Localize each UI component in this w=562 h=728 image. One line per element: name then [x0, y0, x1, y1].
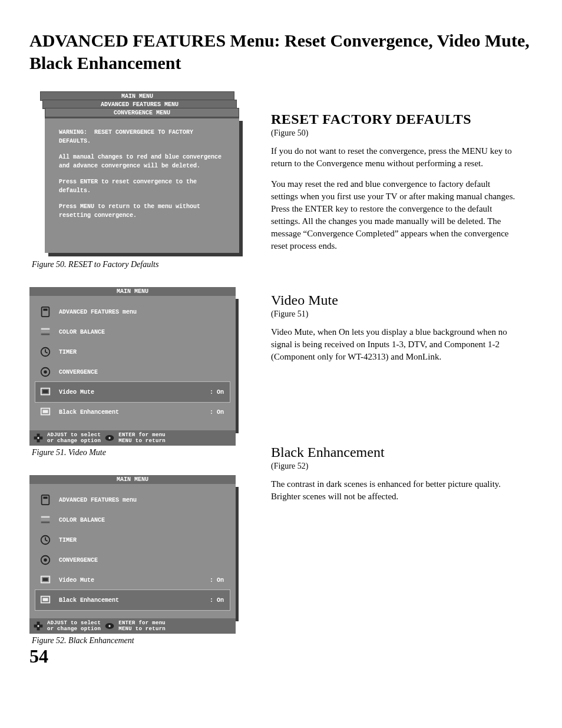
figure-52-osd: MAIN MENU ADVANCED FEATURES menuCOLOR BA…: [29, 475, 236, 634]
figure-50-caption: Figure 50. RESET to Factory Defaults: [32, 260, 242, 269]
osd-item-value: : On: [210, 597, 227, 604]
osd-item-label: Black Enhancement: [59, 597, 119, 604]
footer-return: MENU to return: [118, 626, 166, 632]
osd-tab-convergence: CONVERGENCE MENU: [45, 108, 239, 117]
osd-body: ADVANCED FEATURES menuCOLOR BALANCETIMER…: [29, 296, 236, 430]
figure-51-caption: Figure 51. Video Mute: [32, 448, 242, 457]
osd-item-label: COLOR BALANCE: [59, 517, 105, 523]
osd-item-label: Black Enhancement: [59, 409, 119, 416]
bars-icon: [38, 513, 53, 526]
osd-item-label: ADVANCED FEATURES menu: [59, 309, 137, 315]
osd-header: MAIN MENU: [29, 287, 236, 296]
osd-item-label: ADVANCED FEATURES menu: [59, 497, 137, 503]
osd-text-line: All manual changes to red and blue conve…: [59, 153, 225, 170]
footer-change: or change option: [47, 626, 101, 632]
osd-item-label: TIMER: [59, 349, 77, 355]
section-blackenh-heading: Black Enhancement: [271, 444, 518, 460]
footer-adjust: ADJUST to select: [47, 620, 101, 626]
osd-menu-item[interactable]: Black Enhancement: On: [35, 402, 230, 422]
dpad-icon: [33, 433, 44, 443]
osd-item-label: Video Mute: [59, 389, 94, 396]
osd-menu-item[interactable]: TIMER: [35, 342, 230, 362]
osd-menu-item[interactable]: Black Enhancement: On: [35, 590, 230, 610]
osd-item-label: CONVERGENCE: [59, 369, 98, 375]
osd-menu-item[interactable]: CONVERGENCE: [35, 550, 230, 570]
osd-warning-line: WARNING: RESET CONVERGENCE TO FACTORY DE…: [59, 128, 225, 146]
nav-icon: [104, 621, 115, 631]
footer-enter: ENTER for menu: [118, 620, 166, 626]
remote-icon: [38, 493, 53, 506]
footer-return: MENU to return: [118, 438, 166, 444]
screen2-icon: [38, 406, 53, 419]
section-reset-heading: RESET FACTORY DEFAULTS: [271, 111, 518, 127]
osd-text-line: Press ENTER to reset convergence to the …: [59, 177, 225, 195]
section-blackenh-p1: The contrast in dark scenes is enhanced …: [271, 478, 518, 503]
osd-item-value: : On: [210, 409, 227, 416]
section-blackenh-figref: (Figure 52): [271, 462, 518, 471]
osd-body: ADVANCED FEATURES menuCOLOR BALANCETIMER…: [29, 484, 236, 618]
figure-52-caption: Figure 52. Black Enhancement: [32, 636, 242, 645]
osd-text-line: Press MENU to return to the menu without…: [59, 202, 225, 220]
osd-item-label: Video Mute: [59, 577, 94, 584]
osd-footer: ADJUST to select or change option ENTER …: [29, 618, 236, 634]
osd-menu-item[interactable]: COLOR BALANCE: [35, 322, 230, 342]
osd-menu-item[interactable]: TIMER: [35, 530, 230, 550]
osd-menu-item[interactable]: Video Mute: On: [35, 570, 230, 590]
osd-item-label: COLOR BALANCE: [59, 329, 105, 335]
osd-item-label: TIMER: [59, 537, 77, 543]
screen1-icon: [38, 574, 53, 587]
target-icon: [38, 365, 53, 378]
osd-menu-item[interactable]: ADVANCED FEATURES menu: [35, 302, 230, 322]
nav-icon: [104, 433, 115, 443]
figure-51-osd: MAIN MENU ADVANCED FEATURES menuCOLOR BA…: [29, 287, 236, 446]
osd-item-label: CONVERGENCE: [59, 557, 98, 564]
screen1-icon: [38, 386, 53, 398]
section-reset-p2: You may reset the red and blue convergen…: [271, 178, 518, 252]
section-reset-p1: If you do not want to reset the converge…: [271, 145, 518, 170]
osd-menu-item[interactable]: CONVERGENCE: [35, 362, 230, 382]
osd-menu-item[interactable]: ADVANCED FEATURES menu: [35, 490, 230, 510]
footer-adjust: ADJUST to select: [47, 432, 101, 438]
osd-footer: ADJUST to select or change option ENTER …: [29, 430, 236, 446]
clock-icon: [38, 533, 53, 546]
screen2-icon: [38, 594, 53, 607]
osd-menu-item[interactable]: COLOR BALANCE: [35, 510, 230, 530]
section-reset-figref: (Figure 50): [271, 129, 518, 138]
clock-icon: [38, 345, 53, 358]
section-videomute-p1: Video Mute, when On lets you display a b…: [271, 326, 518, 363]
bars-icon: [38, 325, 53, 338]
section-videomute-heading: Video Mute: [271, 292, 518, 308]
page-number: 54: [29, 645, 242, 667]
osd-header: MAIN MENU: [29, 475, 236, 484]
figure-50-osd: MAIN MENU ADVANCED FEATURES MENU CONVERG…: [29, 91, 236, 256]
osd-item-value: : On: [210, 577, 227, 584]
dpad-icon: [33, 621, 44, 631]
page-title: ADVANCED FEATURES Menu: Reset Convergenc…: [29, 29, 533, 74]
footer-change: or change option: [47, 438, 101, 444]
section-videomute-figref: (Figure 51): [271, 309, 518, 319]
footer-enter: ENTER for menu: [118, 432, 166, 438]
osd-panel-body: WARNING: RESET CONVERGENCE TO FACTORY DE…: [45, 117, 239, 253]
osd-item-value: : On: [210, 389, 227, 396]
osd-menu-item[interactable]: Video Mute: On: [35, 382, 230, 402]
remote-icon: [38, 305, 53, 318]
target-icon: [38, 554, 53, 566]
